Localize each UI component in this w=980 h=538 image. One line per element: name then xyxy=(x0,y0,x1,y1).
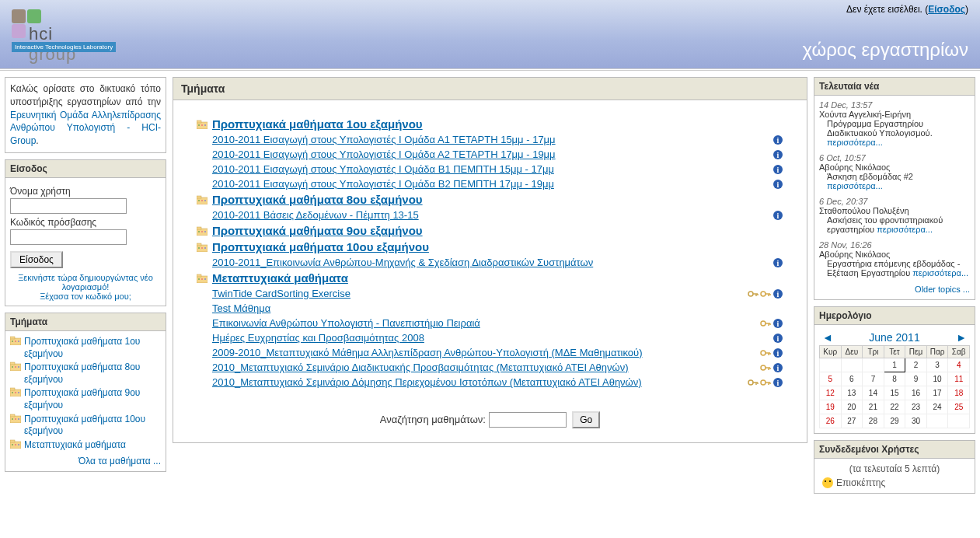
news-more-link[interactable]: περισσότερα... xyxy=(827,138,883,147)
sidebar-category-link[interactable]: Προπτυχιακά μαθήματα 8ου εξαμήνου xyxy=(24,362,161,386)
svg-text:i: i xyxy=(777,180,779,189)
calendar-day[interactable]: 14 xyxy=(863,386,884,400)
calendar-day[interactable]: 8 xyxy=(884,372,905,386)
category-link[interactable]: Προπτυχιακά μαθήματα 8ου εξαμήνου xyxy=(212,193,423,206)
news-more-link[interactable]: περισσότερα... xyxy=(912,268,968,278)
calendar-day[interactable]: 4 xyxy=(948,358,970,372)
sidebar-category-item[interactable]: Προπτυχιακά μαθήματα 1ου εξαμήνου xyxy=(10,336,161,360)
svg-rect-46 xyxy=(197,227,201,229)
category-link[interactable]: Μεταπτυχιακά μαθήματα xyxy=(212,271,348,285)
news-more-link[interactable]: περισσότερα... xyxy=(877,225,933,234)
course-link[interactable]: 2009-2010_Μεταπτυχιακό Μάθημα Αλληλεπίδρ… xyxy=(212,347,642,358)
calendar-day[interactable]: 1 xyxy=(884,358,905,372)
calendar-day[interactable]: 13 xyxy=(841,386,863,400)
calendar-day[interactable]: 9 xyxy=(905,372,927,386)
calendar-day[interactable]: 30 xyxy=(905,414,927,428)
category-link[interactable]: Προπτυχιακά μαθήματα 1ου εξαμήνου xyxy=(212,117,423,131)
folder-icon xyxy=(10,387,21,397)
calendar-day[interactable]: 29 xyxy=(884,414,905,428)
calendar-day[interactable]: 3 xyxy=(926,358,948,372)
course-link[interactable]: 2010-2011 Εισαγωγή στους Υπολογιστές I Ο… xyxy=(212,178,554,190)
calendar-day[interactable]: 17 xyxy=(926,386,948,400)
news-more-link[interactable]: περισσότερα... xyxy=(827,181,883,190)
calendar-month[interactable]: June 2011 xyxy=(869,331,919,344)
course-link[interactable]: 2010-2011_Επικοινωνία Ανθρώπου-Μηχανής &… xyxy=(212,257,593,268)
sidebar-category-link[interactable]: Μεταπτυχιακά μαθήματα xyxy=(24,439,126,452)
course-link[interactable]: 2010_Μεταπτυχιακό Σεμινάριο Δόμησης Περι… xyxy=(212,376,642,388)
calendar-day[interactable]: 23 xyxy=(905,400,927,414)
sidebar-category-item[interactable]: Μεταπτυχιακά μαθήματα xyxy=(10,439,161,452)
info-icon[interactable]: i xyxy=(772,288,783,299)
calendar-prev[interactable]: ◄ xyxy=(822,331,833,344)
search-button[interactable]: Go xyxy=(572,411,600,428)
course-link[interactable]: 2010_Μεταπτυχιακό Σεμινάριο Διαδικτυακής… xyxy=(212,362,629,373)
key-icon xyxy=(748,377,759,388)
svg-point-48 xyxy=(201,231,203,232)
sidebar-category-item[interactable]: Προπτυχιακά μαθήματα 8ου εξαμήνου xyxy=(10,362,161,386)
calendar-day[interactable]: 12 xyxy=(820,386,842,400)
sidebar-category-item[interactable]: Προπτυχιακά μαθήματα 10ου εξαμήνου xyxy=(10,414,161,438)
calendar-day[interactable]: 15 xyxy=(884,386,905,400)
info-icon[interactable]: i xyxy=(772,179,783,190)
calendar-day[interactable]: 7 xyxy=(863,372,884,386)
calendar-day[interactable]: 16 xyxy=(905,386,927,400)
course-link[interactable]: Επικοινωνία Ανθρώπου Υπολογιστή - Πανεπι… xyxy=(212,317,480,329)
older-topics-link[interactable]: Older topics ... xyxy=(915,285,970,294)
logo[interactable]: hcigroup Interactive Technologies Labora… xyxy=(12,9,116,52)
search-input[interactable] xyxy=(489,412,567,428)
calendar-day[interactable]: 28 xyxy=(863,414,884,428)
info-icon[interactable]: i xyxy=(772,134,783,145)
info-icon[interactable]: i xyxy=(772,377,783,388)
svg-text:i: i xyxy=(777,364,779,372)
svg-rect-51 xyxy=(197,243,201,246)
course-link[interactable]: 2010-2011 Εισαγωγή στους Υπολογιστές I Ο… xyxy=(212,134,556,145)
username-input[interactable] xyxy=(10,198,127,214)
course-link[interactable]: 2010-2011 Εισαγωγή στους Υπολογιστές I Ο… xyxy=(212,163,554,175)
signup-link[interactable]: Ξεκινήστε τώρα δημιουργώντας νέο λογαρια… xyxy=(10,273,161,292)
calendar-day[interactable]: 26 xyxy=(820,414,842,428)
login-link[interactable]: Είσοδος xyxy=(928,4,965,15)
category-link[interactable]: Προπτυχιακά μαθήματα 9ου εξαμήνου xyxy=(212,224,423,237)
calendar-day[interactable]: 21 xyxy=(863,400,884,414)
calendar-day-header: Παρ xyxy=(926,346,948,358)
sidebar-category-link[interactable]: Προπτυχιακά μαθήματα 1ου εξαμήνου xyxy=(24,336,161,360)
info-icon[interactable]: i xyxy=(772,318,783,329)
calendar-day[interactable]: 11 xyxy=(948,372,970,386)
info-icon[interactable]: i xyxy=(772,149,783,160)
course-link[interactable]: TwinTide CardSorting Exercise xyxy=(212,288,350,299)
info-icon[interactable]: i xyxy=(772,362,783,373)
info-icon[interactable]: i xyxy=(772,164,783,175)
info-icon[interactable]: i xyxy=(772,348,783,358)
calendar-day[interactable]: 18 xyxy=(948,386,970,400)
forgot-password-link[interactable]: Ξέχασα τον κωδικό μου; xyxy=(10,292,161,301)
sidebar-category-item[interactable]: Προπτυχιακά μαθήματα 9ου εξαμήνου xyxy=(10,387,161,411)
info-icon[interactable]: i xyxy=(772,210,783,221)
info-icon[interactable]: i xyxy=(772,257,783,268)
key-icon xyxy=(748,288,759,299)
sidebar-category-link[interactable]: Προπτυχιακά μαθήματα 9ου εξαμήνου xyxy=(24,387,161,411)
site-title: χώρος εργαστηρίων xyxy=(802,39,968,61)
hci-group-link[interactable]: Ερευνητική Ομάδα Αλληλεπίδρασης Ανθρώπου… xyxy=(10,110,161,147)
calendar-day[interactable]: 6 xyxy=(841,372,863,386)
calendar-next[interactable]: ► xyxy=(956,331,967,344)
info-icon[interactable]: i xyxy=(772,333,783,344)
calendar-day[interactable]: 19 xyxy=(820,400,842,414)
course-link[interactable]: Test Μάθημα xyxy=(212,302,270,314)
category-link[interactable]: Προπτυχιακά μαθήματα 10ου εξαμήνου xyxy=(212,240,429,253)
calendar-day[interactable]: 20 xyxy=(841,400,863,414)
calendar-day[interactable]: 2 xyxy=(905,358,927,372)
course-link[interactable]: Ημέρες Ευχρηστίας και Προσβασιμότητας 20… xyxy=(212,332,424,344)
calendar-day[interactable]: 24 xyxy=(926,400,948,414)
svg-point-41 xyxy=(201,200,203,201)
all-courses-link[interactable]: Όλα τα μαθήματα ... xyxy=(78,456,161,466)
calendar-day[interactable]: 27 xyxy=(841,414,863,428)
calendar-day[interactable]: 22 xyxy=(884,400,905,414)
course-link[interactable]: 2010-2011 Βάσεις Δεδομένων - Πέμπτη 13-1… xyxy=(212,209,419,221)
calendar-day[interactable]: 5 xyxy=(820,372,842,386)
login-button[interactable]: Είσοδος xyxy=(10,251,63,268)
sidebar-category-link[interactable]: Προπτυχιακά μαθήματα 10ου εξαμήνου xyxy=(24,414,161,438)
calendar-day[interactable]: 25 xyxy=(948,400,970,414)
password-input[interactable] xyxy=(10,229,127,245)
calendar-day[interactable]: 10 xyxy=(926,372,948,386)
course-link[interactable]: 2010-2011 Εισαγωγή στους Υπολογιστές I Ο… xyxy=(212,148,556,160)
